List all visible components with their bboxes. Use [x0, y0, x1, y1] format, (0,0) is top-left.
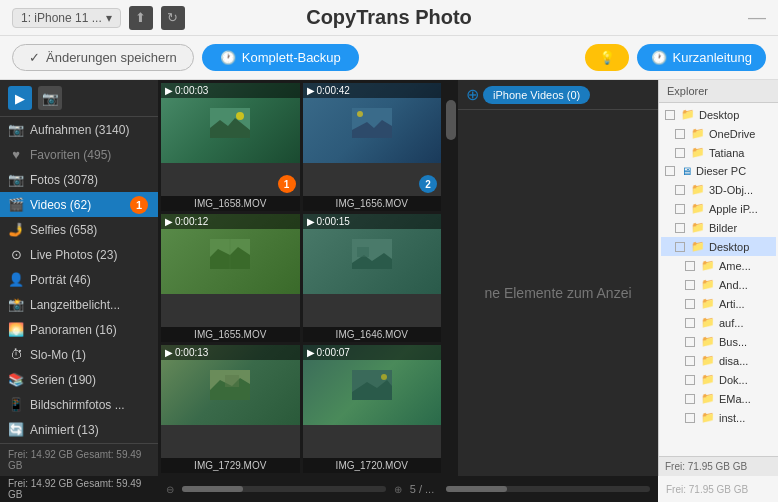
page-indicator: 5 / ...: [410, 483, 434, 495]
folder-dieserpc-icon: 🖥: [681, 165, 692, 177]
svg-rect-8: [225, 375, 239, 387]
sidebar-item-fotos[interactable]: 📷 Fotos (3078): [0, 167, 158, 192]
explorer-onedrive[interactable]: 📁 OneDrive: [661, 124, 776, 143]
checkbox-disa: [685, 356, 695, 366]
sidebar-item-langzeit[interactable]: 📸 Langzeitbelicht...: [0, 292, 158, 317]
device-name: 1: iPhone 11 ...: [21, 11, 102, 25]
zoom-in-icon[interactable]: ⊕: [394, 484, 402, 495]
play-icon[interactable]: ▶: [8, 86, 32, 110]
save-button[interactable]: ✓ Änderungen speichern: [12, 44, 194, 71]
checkbox-desktop2: [675, 242, 685, 252]
sidebar-item-bildschirm[interactable]: 📱 Bildschirmfotos ...: [0, 392, 158, 417]
storage-info: Frei: 14.92 GB Gesamt: 59.49 GB: [8, 449, 141, 471]
explorer-auf[interactable]: 📁 auf...: [661, 313, 776, 332]
explorer-footer: Frei: 71.95 GB GB: [659, 456, 778, 476]
play-small-icon6: ▶: [307, 347, 315, 358]
video-thumb-4[interactable]: ▶ 0:00:15 IMG_1646.MOV: [303, 214, 442, 342]
horizontal-scrollbar[interactable]: [182, 486, 386, 492]
scrollbar-thumb-v[interactable]: [446, 100, 456, 140]
play-small-icon4: ▶: [307, 216, 315, 227]
sidebar-item-livephotos[interactable]: ⊙ Live Photos (23): [0, 242, 158, 267]
video-thumb-5[interactable]: ▶ 0:00:13 IMG_1729.MOV: [161, 345, 300, 473]
sidebar-item-videos[interactable]: 🎬 Videos (62) 1: [0, 192, 158, 217]
sidebar-item-aufnahmen[interactable]: 📷 Aufnahmen (3140): [0, 117, 158, 142]
explorer-arti[interactable]: 📁 Arti...: [661, 294, 776, 313]
explorer-storage: Frei: 71.95 GB GB: [665, 461, 747, 472]
sidebar-item-favoriten[interactable]: ♥ Favoriten (495): [0, 142, 158, 167]
video-filename-6: IMG_1720.MOV: [303, 458, 442, 473]
guide-button[interactable]: 🕐 Kurzanleitung: [637, 44, 767, 71]
explorer-disa[interactable]: 📁 disa...: [661, 351, 776, 370]
explorer-ema[interactable]: 📁 EMa...: [661, 389, 776, 408]
device-selector[interactable]: 1: iPhone 11 ... ▾: [12, 8, 121, 28]
explorer-and[interactable]: 📁 And...: [661, 275, 776, 294]
checkbox-auf: [685, 318, 695, 328]
folder-ema-icon: 📁: [701, 392, 715, 405]
explorer-3dobj-label: 3D-Obj...: [709, 184, 753, 196]
explorer-ame[interactable]: 📁 Ame...: [661, 256, 776, 275]
explorer-tatiana[interactable]: 📁 Tatiana: [661, 143, 776, 162]
add-button[interactable]: ⊕: [466, 85, 479, 104]
sidebar-selfies-label: Selfies (658): [30, 223, 97, 237]
checkbox-ame: [685, 261, 695, 271]
vertical-scrollbar[interactable]: [444, 80, 458, 476]
explorer-desktop2[interactable]: 📁 Desktop: [661, 237, 776, 256]
explorer-3dobj[interactable]: 📁 3D-Obj...: [661, 180, 776, 199]
explorer-appleip[interactable]: 📁 Apple iP...: [661, 199, 776, 218]
live-icon: ⊙: [8, 247, 24, 262]
explorer-dieserpc-label: Dieser PC: [696, 165, 746, 177]
explorer-dok[interactable]: 📁 Dok...: [661, 370, 776, 389]
sidebar-item-selfies[interactable]: 🤳 Selfies (658): [0, 217, 158, 242]
sidebar-langzeit-label: Langzeitbelicht...: [30, 298, 120, 312]
checkbox-desktop: [665, 110, 675, 120]
scrollbar-thumb-h2[interactable]: [446, 486, 507, 492]
explorer-ema-label: EMa...: [719, 393, 751, 405]
folder-arti-icon: 📁: [701, 297, 715, 310]
zoom-out-icon[interactable]: ⊖: [166, 484, 174, 495]
video-thumb-2[interactable]: ▶ 0:00:42 IMG_1656.MOV 2: [303, 83, 442, 211]
sidebar-item-animiert[interactable]: 🔄 Animiert (13): [0, 417, 158, 442]
panoramen-icon: 🌅: [8, 322, 24, 337]
camera-icon[interactable]: 📷: [38, 86, 62, 110]
explorer-dieserpc[interactable]: 🖥 Dieser PC: [661, 162, 776, 180]
sidebar-favoriten-label: Favoriten (495): [30, 148, 111, 162]
scrollbar-thumb-h[interactable]: [182, 486, 243, 492]
horizontal-scrollbar-2[interactable]: [446, 486, 650, 492]
explorer-bilder[interactable]: 📁 Bilder: [661, 218, 776, 237]
checkbox-dok: [685, 375, 695, 385]
sidebar-item-panoramen[interactable]: 🌅 Panoramen (16): [0, 317, 158, 342]
landscape-6: [352, 370, 392, 400]
svg-point-10: [381, 374, 387, 380]
sidebar-serien-label: Serien (190): [30, 373, 96, 387]
folder-desktop2-icon: 📁: [691, 240, 705, 253]
video-thumb-3[interactable]: ▶ 0:00:12 IMG_1655.MOV: [161, 214, 300, 342]
sidebar-portrat-label: Porträt (46): [30, 273, 91, 287]
video-thumb-1[interactable]: ▶ 0:00:03 IMG_1658.MOV 1: [161, 83, 300, 211]
explorer-inst[interactable]: 📁 inst...: [661, 408, 776, 427]
sidebar-slomo-label: Slo-Mo (1): [30, 348, 86, 362]
landscape-4: [352, 239, 392, 269]
video-duration-2: ▶ 0:00:42: [303, 83, 442, 98]
animiert-icon: 🔄: [8, 422, 24, 437]
upload-icon[interactable]: ⬆: [129, 6, 153, 30]
video-thumb-6[interactable]: ▶ 0:00:07 IMG_1720.MOV: [303, 345, 442, 473]
iphone-videos-panel: ⊕ iPhone Videos (0) ne Elemente zum Anze…: [458, 80, 658, 476]
sidebar-item-slomo[interactable]: ⏱ Slo-Mo (1): [0, 342, 158, 367]
explorer-header: Explorer: [659, 80, 778, 103]
sidebar-item-serien[interactable]: 📚 Serien (190): [0, 367, 158, 392]
checkbox-onedrive: [675, 129, 685, 139]
refresh-icon[interactable]: ↻: [161, 6, 185, 30]
sidebar-item-portrat[interactable]: 👤 Porträt (46): [0, 267, 158, 292]
iphone-videos-tab[interactable]: iPhone Videos (0): [483, 86, 590, 104]
hint-button[interactable]: 💡: [585, 44, 629, 71]
folder-3dobj-icon: 📁: [691, 183, 705, 196]
folder-dok-icon: 📁: [701, 373, 715, 386]
sidebar-bildschirm-label: Bildschirmfotos ...: [30, 398, 125, 412]
status-left: Frei: 14.92 GB Gesamt: 59.49 GB: [0, 478, 158, 500]
backup-button[interactable]: 🕐 Komplett-Backup: [202, 44, 359, 71]
explorer-bus[interactable]: 📁 Bus...: [661, 332, 776, 351]
svg-rect-6: [357, 247, 369, 257]
explorer-desktop[interactable]: 📁 Desktop: [661, 105, 776, 124]
minimize-button[interactable]: —: [748, 7, 766, 28]
portrat-icon: 👤: [8, 272, 24, 287]
